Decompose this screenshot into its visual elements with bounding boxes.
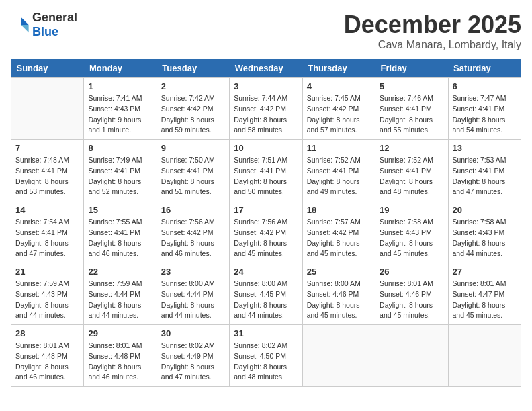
calendar-cell: 30Sunrise: 8:02 AMSunset: 4:49 PMDayligh… bbox=[157, 325, 229, 387]
day-number: 10 bbox=[234, 143, 298, 153]
calendar-cell: 16Sunrise: 7:56 AMSunset: 4:42 PMDayligh… bbox=[157, 201, 229, 263]
day-info: Sunrise: 7:51 AMSunset: 4:41 PMDaylight:… bbox=[234, 155, 298, 197]
calendar-cell: 2Sunrise: 7:42 AMSunset: 4:42 PMDaylight… bbox=[157, 78, 229, 140]
calendar-cell: 18Sunrise: 7:57 AMSunset: 4:42 PMDayligh… bbox=[302, 201, 375, 263]
logo: General Blue bbox=[11, 11, 77, 39]
day-info: Sunrise: 7:46 AMSunset: 4:41 PMDaylight:… bbox=[380, 93, 443, 136]
weekday-header: Monday bbox=[84, 59, 157, 78]
day-info: Sunrise: 8:00 AMSunset: 4:46 PMDaylight:… bbox=[307, 279, 371, 321]
day-number: 28 bbox=[15, 328, 79, 338]
day-number: 2 bbox=[161, 81, 225, 91]
calendar-week-row: 28Sunrise: 8:01 AMSunset: 4:48 PMDayligh… bbox=[11, 325, 521, 387]
calendar-cell: 8Sunrise: 7:49 AMSunset: 4:41 PMDaylight… bbox=[84, 140, 157, 201]
weekday-header: Tuesday bbox=[157, 59, 229, 78]
calendar-cell bbox=[302, 325, 375, 387]
logo-icon bbox=[11, 15, 30, 34]
location-title: Cava Manara, Lombardy, Italy bbox=[344, 39, 521, 51]
title-area: December 2025 Cava Manara, Lombardy, Ita… bbox=[344, 11, 521, 51]
day-number: 5 bbox=[380, 81, 443, 91]
day-info: Sunrise: 7:48 AMSunset: 4:41 PMDaylight:… bbox=[15, 155, 79, 197]
day-number: 22 bbox=[88, 267, 152, 277]
calendar-week-row: 14Sunrise: 7:54 AMSunset: 4:41 PMDayligh… bbox=[11, 201, 521, 263]
calendar-cell bbox=[375, 325, 448, 387]
day-number: 31 bbox=[234, 328, 298, 338]
logo-general: General bbox=[32, 11, 77, 24]
calendar-cell: 17Sunrise: 7:56 AMSunset: 4:42 PMDayligh… bbox=[230, 201, 302, 263]
day-info: Sunrise: 7:41 AMSunset: 4:43 PMDaylight:… bbox=[88, 93, 152, 136]
day-info: Sunrise: 7:58 AMSunset: 4:43 PMDaylight:… bbox=[453, 217, 517, 259]
calendar-cell: 10Sunrise: 7:51 AMSunset: 4:41 PMDayligh… bbox=[230, 140, 302, 201]
calendar-week-row: 21Sunrise: 7:59 AMSunset: 4:43 PMDayligh… bbox=[11, 263, 521, 325]
calendar-cell: 15Sunrise: 7:55 AMSunset: 4:41 PMDayligh… bbox=[84, 201, 157, 263]
day-info: Sunrise: 8:01 AMSunset: 4:48 PMDaylight:… bbox=[88, 340, 152, 383]
day-number: 23 bbox=[161, 267, 225, 277]
calendar-cell: 14Sunrise: 7:54 AMSunset: 4:41 PMDayligh… bbox=[11, 201, 84, 263]
calendar-cell: 24Sunrise: 8:00 AMSunset: 4:45 PMDayligh… bbox=[230, 263, 302, 325]
day-number: 17 bbox=[234, 205, 298, 215]
day-number: 14 bbox=[15, 205, 79, 215]
svg-marker-1 bbox=[21, 25, 28, 32]
day-number: 1 bbox=[88, 81, 152, 91]
calendar-cell: 31Sunrise: 8:02 AMSunset: 4:50 PMDayligh… bbox=[230, 325, 302, 387]
day-info: Sunrise: 8:02 AMSunset: 4:50 PMDaylight:… bbox=[234, 340, 298, 383]
calendar-cell: 27Sunrise: 8:01 AMSunset: 4:47 PMDayligh… bbox=[448, 263, 521, 325]
day-number: 15 bbox=[88, 205, 152, 215]
calendar-cell: 5Sunrise: 7:46 AMSunset: 4:41 PMDaylight… bbox=[375, 78, 448, 140]
weekday-header: Sunday bbox=[11, 59, 84, 78]
calendar-cell: 21Sunrise: 7:59 AMSunset: 4:43 PMDayligh… bbox=[11, 263, 84, 325]
day-number: 3 bbox=[234, 81, 298, 91]
calendar-cell: 25Sunrise: 8:00 AMSunset: 4:46 PMDayligh… bbox=[302, 263, 375, 325]
day-info: Sunrise: 7:55 AMSunset: 4:41 PMDaylight:… bbox=[88, 217, 152, 259]
day-number: 19 bbox=[380, 205, 443, 215]
day-number: 6 bbox=[453, 81, 517, 91]
month-title: December 2025 bbox=[344, 11, 521, 39]
logo-blue: Blue bbox=[32, 25, 58, 38]
calendar-cell: 13Sunrise: 7:53 AMSunset: 4:41 PMDayligh… bbox=[448, 140, 521, 201]
day-info: Sunrise: 7:56 AMSunset: 4:42 PMDaylight:… bbox=[234, 217, 298, 259]
calendar-cell: 11Sunrise: 7:52 AMSunset: 4:41 PMDayligh… bbox=[302, 140, 375, 201]
weekday-header: Friday bbox=[375, 59, 448, 78]
calendar-cell: 22Sunrise: 7:59 AMSunset: 4:44 PMDayligh… bbox=[84, 263, 157, 325]
day-info: Sunrise: 7:44 AMSunset: 4:42 PMDaylight:… bbox=[234, 93, 298, 136]
day-info: Sunrise: 7:52 AMSunset: 4:41 PMDaylight:… bbox=[380, 155, 443, 197]
day-number: 26 bbox=[380, 267, 443, 277]
day-number: 18 bbox=[307, 205, 371, 215]
day-info: Sunrise: 7:49 AMSunset: 4:41 PMDaylight:… bbox=[88, 155, 152, 197]
day-info: Sunrise: 8:01 AMSunset: 4:47 PMDaylight:… bbox=[453, 279, 517, 321]
calendar-cell: 28Sunrise: 8:01 AMSunset: 4:48 PMDayligh… bbox=[11, 325, 84, 387]
calendar-cell: 26Sunrise: 8:01 AMSunset: 4:46 PMDayligh… bbox=[375, 263, 448, 325]
svg-marker-0 bbox=[21, 17, 28, 25]
day-info: Sunrise: 7:42 AMSunset: 4:42 PMDaylight:… bbox=[161, 93, 225, 136]
day-info: Sunrise: 7:54 AMSunset: 4:41 PMDaylight:… bbox=[15, 217, 79, 259]
day-info: Sunrise: 8:00 AMSunset: 4:45 PMDaylight:… bbox=[234, 279, 298, 321]
day-info: Sunrise: 8:01 AMSunset: 4:46 PMDaylight:… bbox=[380, 279, 443, 321]
calendar-cell bbox=[448, 325, 521, 387]
day-info: Sunrise: 7:45 AMSunset: 4:42 PMDaylight:… bbox=[307, 93, 371, 136]
weekday-header-row: SundayMondayTuesdayWednesdayThursdayFrid… bbox=[11, 59, 521, 78]
day-number: 25 bbox=[307, 267, 371, 277]
day-number: 4 bbox=[307, 81, 371, 91]
day-number: 27 bbox=[453, 267, 517, 277]
day-number: 29 bbox=[88, 328, 152, 338]
day-number: 12 bbox=[380, 143, 443, 153]
day-info: Sunrise: 7:50 AMSunset: 4:41 PMDaylight:… bbox=[161, 155, 225, 197]
calendar-cell: 12Sunrise: 7:52 AMSunset: 4:41 PMDayligh… bbox=[375, 140, 448, 201]
calendar-table: SundayMondayTuesdayWednesdayThursdayFrid… bbox=[11, 59, 521, 387]
day-number: 9 bbox=[161, 143, 225, 153]
calendar-cell: 3Sunrise: 7:44 AMSunset: 4:42 PMDaylight… bbox=[230, 78, 302, 140]
day-number: 20 bbox=[453, 205, 517, 215]
day-number: 30 bbox=[161, 328, 225, 338]
day-info: Sunrise: 7:57 AMSunset: 4:42 PMDaylight:… bbox=[307, 217, 371, 259]
day-number: 24 bbox=[234, 267, 298, 277]
calendar-cell: 19Sunrise: 7:58 AMSunset: 4:43 PMDayligh… bbox=[375, 201, 448, 263]
day-info: Sunrise: 7:52 AMSunset: 4:41 PMDaylight:… bbox=[307, 155, 371, 197]
day-number: 16 bbox=[161, 205, 225, 215]
day-info: Sunrise: 8:00 AMSunset: 4:44 PMDaylight:… bbox=[161, 279, 225, 321]
day-info: Sunrise: 7:59 AMSunset: 4:44 PMDaylight:… bbox=[88, 279, 152, 321]
calendar-cell: 4Sunrise: 7:45 AMSunset: 4:42 PMDaylight… bbox=[302, 78, 375, 140]
calendar-cell: 7Sunrise: 7:48 AMSunset: 4:41 PMDaylight… bbox=[11, 140, 84, 201]
weekday-header: Wednesday bbox=[230, 59, 302, 78]
day-number: 21 bbox=[15, 267, 79, 277]
day-info: Sunrise: 7:47 AMSunset: 4:41 PMDaylight:… bbox=[453, 93, 517, 136]
calendar-cell bbox=[11, 78, 84, 140]
